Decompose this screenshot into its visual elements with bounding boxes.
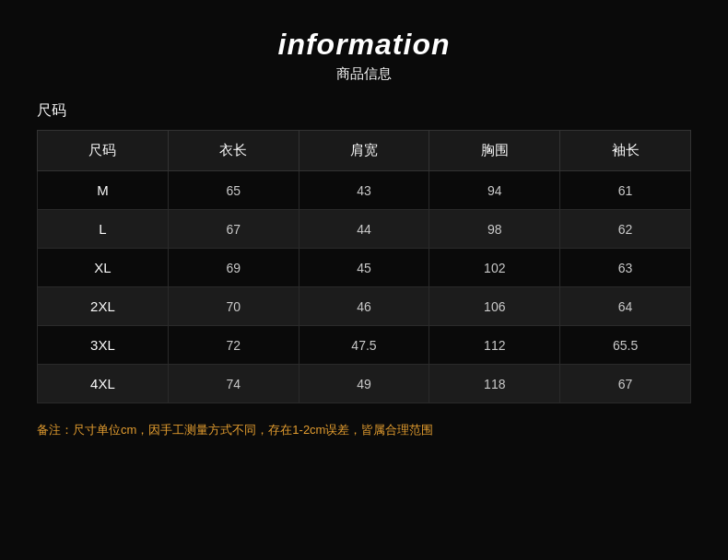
- table-cell: 67: [168, 210, 299, 249]
- table-cell: 112: [429, 326, 560, 365]
- table-row: 3XL7247.511265.5: [38, 326, 691, 365]
- table-header-cell: 胸围: [429, 131, 560, 171]
- table-cell: 62: [560, 210, 691, 249]
- table-cell: 63: [560, 249, 691, 287]
- table-body: M65439461L67449862XL6945102632XL70461066…: [38, 171, 691, 403]
- table-cell: 64: [560, 287, 691, 326]
- page-title: information: [37, 28, 691, 62]
- table-cell: 106: [429, 287, 560, 326]
- table-cell: 61: [560, 171, 691, 210]
- table-cell: 72: [168, 326, 299, 365]
- table-cell: 45: [299, 249, 429, 287]
- table-cell: 98: [429, 210, 560, 249]
- table-row: M65439461: [38, 171, 691, 210]
- table-cell: M: [38, 171, 169, 210]
- table-cell: 49: [299, 365, 429, 403]
- section-label: 尺码: [37, 101, 691, 121]
- table-cell: 94: [429, 171, 560, 210]
- table-cell: XL: [38, 249, 169, 287]
- table-cell: 44: [299, 210, 429, 249]
- table-cell: 46: [299, 287, 429, 326]
- table-row: L67449862: [38, 210, 691, 249]
- table-cell: 65.5: [560, 326, 691, 365]
- table-header-cell: 尺码: [38, 131, 169, 171]
- table-cell: 74: [168, 365, 299, 403]
- table-header-cell: 肩宽: [299, 131, 429, 171]
- footnote: 备注：尺寸单位cm，因手工测量方式不同，存在1-2cm误差，皆属合理范围: [37, 422, 691, 438]
- table-cell: 65: [168, 171, 299, 210]
- table-header-row: 尺码衣长肩宽胸围袖长: [38, 131, 691, 171]
- table-cell: 118: [429, 365, 560, 403]
- table-row: 2XL704610664: [38, 287, 691, 326]
- table-cell: 102: [429, 249, 560, 287]
- table-cell: 43: [299, 171, 429, 210]
- size-table: 尺码衣长肩宽胸围袖长 M65439461L67449862XL694510263…: [37, 130, 691, 403]
- table-row: 4XL744911867: [38, 365, 691, 403]
- table-cell: 3XL: [38, 326, 169, 365]
- table-cell: 47.5: [299, 326, 429, 365]
- table-cell: 67: [560, 365, 691, 403]
- table-row: XL694510263: [38, 249, 691, 287]
- table-cell: 69: [168, 249, 299, 287]
- subtitle: 商品信息: [37, 65, 691, 83]
- table-cell: 4XL: [38, 365, 169, 403]
- table-header-cell: 袖长: [560, 131, 691, 171]
- table-cell: L: [38, 210, 169, 249]
- table-cell: 70: [168, 287, 299, 326]
- table-cell: 2XL: [38, 287, 169, 326]
- table-header-cell: 衣长: [168, 131, 299, 171]
